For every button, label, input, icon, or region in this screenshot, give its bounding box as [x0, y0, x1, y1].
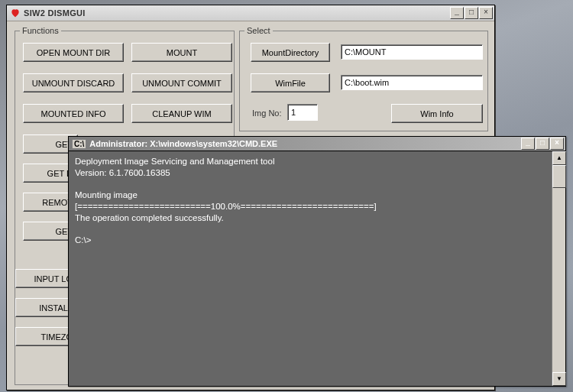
- cmd-window[interactable]: C:\ Administrator: X:\windows\system32\C…: [68, 136, 566, 387]
- minimize-button[interactable]: _: [450, 7, 464, 19]
- cmd-close-button[interactable]: ×: [550, 138, 564, 150]
- maximize-button[interactable]: □: [465, 7, 478, 19]
- scroll-thumb[interactable]: [552, 165, 566, 188]
- wim-file-button[interactable]: WimFile: [251, 73, 330, 92]
- mount-directory-button[interactable]: MountDirectory: [251, 43, 330, 62]
- cleanup-wim-button[interactable]: CLEANUP WIM: [131, 104, 232, 123]
- cmd-title: Administrator: X:\windows\system32\CMD.E…: [89, 139, 521, 148]
- cmd-titlebar[interactable]: C:\ Administrator: X:\windows\system32\C…: [69, 137, 565, 151]
- titlebar[interactable]: SIW2 DISMGUI _ □ ×: [7, 5, 494, 21]
- open-mount-dir-button[interactable]: OPEN MOUNT DIR: [23, 43, 124, 62]
- unmount-discard-button[interactable]: UNMOUNT DISCARD: [23, 73, 124, 92]
- mounted-info-button[interactable]: MOUNTED INFO: [23, 104, 124, 123]
- cmd-output: Deployment Image Servicing and Managemen…: [69, 151, 552, 386]
- wim-file-input[interactable]: [341, 75, 483, 90]
- img-no-input[interactable]: [287, 104, 318, 121]
- cmd-scrollbar[interactable]: ▲ ▼: [552, 151, 565, 386]
- select-legend: Select: [244, 26, 273, 35]
- img-no-label: Img No:: [252, 109, 282, 118]
- app-title: SIW2 DISMGUI: [24, 8, 450, 18]
- close-button[interactable]: ×: [479, 7, 493, 19]
- wim-info-button[interactable]: Wim Info: [391, 104, 483, 123]
- functions-legend: Functions: [20, 26, 61, 35]
- unmount-commit-button[interactable]: UNMOUNT COMMIT: [131, 73, 232, 92]
- mount-directory-input[interactable]: [341, 44, 483, 60]
- cmd-icon: C:\: [72, 139, 86, 149]
- heart-icon: [10, 8, 21, 18]
- scroll-up-button[interactable]: ▲: [552, 151, 566, 165]
- cmd-maximize-button[interactable]: □: [536, 138, 549, 150]
- select-group: Select MountDirectory WimFile Img No: Wi…: [239, 26, 488, 131]
- scroll-down-button[interactable]: ▼: [552, 372, 566, 386]
- mount-button[interactable]: MOUNT: [131, 43, 232, 62]
- cmd-minimize-button[interactable]: _: [521, 138, 535, 150]
